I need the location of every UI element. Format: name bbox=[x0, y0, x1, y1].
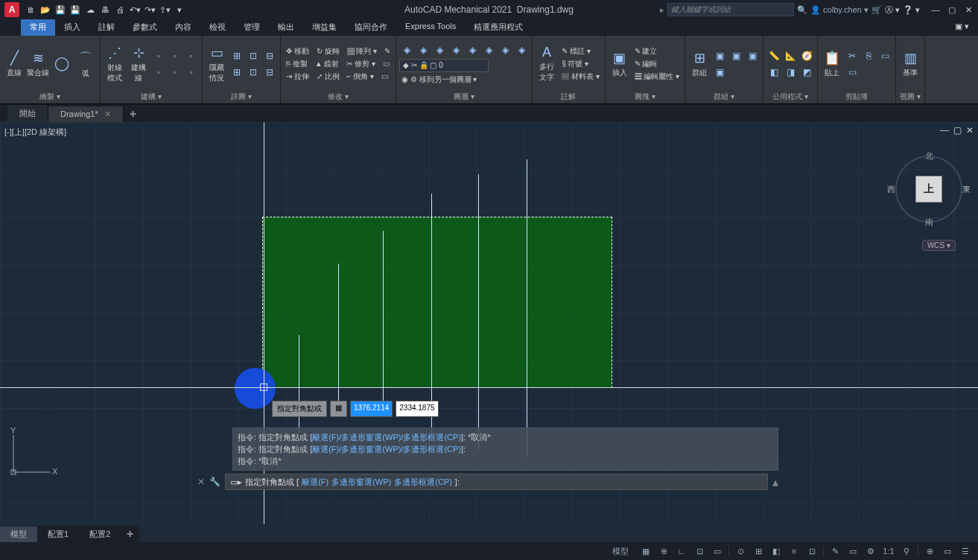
ribbon-smalltool-9-0[interactable]: ✂ bbox=[845, 48, 860, 63]
ribbon-smalltool-8-0[interactable]: 📏 bbox=[766, 48, 781, 63]
layer-tool-5[interactable]: ◈ bbox=[481, 42, 496, 57]
ribbon-tool-0-3[interactable]: ⌒弧 bbox=[74, 48, 97, 80]
ribbon-smalltool-7-3[interactable]: ▣ bbox=[712, 65, 727, 80]
cmdline-opt-fence[interactable]: 籬選(F) bbox=[302, 477, 328, 488]
ribbon-tool-6-0[interactable]: ▣插入 bbox=[609, 48, 631, 80]
ribbon-rowbtn-6-1-0[interactable]: ✎ 編輯 bbox=[632, 58, 660, 70]
ribbon-smalltool-1-3[interactable]: ◦ bbox=[151, 65, 166, 80]
status-icon-13[interactable]: 1:1 bbox=[882, 544, 895, 558]
layer-tool-6[interactable]: ◈ bbox=[498, 42, 512, 57]
help-search-input[interactable]: 鍵入關鍵字或詞組 bbox=[667, 3, 794, 16]
ribbon-smalltool-9-1[interactable]: ⎘ bbox=[861, 48, 876, 63]
ribbon-tool-0-1[interactable]: ≋聚合線 bbox=[27, 48, 49, 80]
ribbon-smalltool-2-3[interactable]: ⊞ bbox=[229, 65, 244, 80]
layer-tool-0[interactable]: ◈ bbox=[399, 42, 414, 57]
ribbon-tab-3[interactable]: 參數式 bbox=[124, 19, 166, 36]
layer-move-button[interactable]: ◉ ⚙ 移到另一個圖層 ▾ bbox=[399, 74, 529, 86]
ribbon-tab-8[interactable]: 增益集 bbox=[303, 19, 346, 36]
ribbon-smalltool-2-1[interactable]: ⊡ bbox=[246, 48, 261, 63]
ribbon-panel-label-2[interactable]: 詳圖 ▾ bbox=[206, 90, 277, 104]
qat-undo-icon[interactable]: ↶▾ bbox=[128, 3, 142, 16]
status-icon-17[interactable]: ☰ bbox=[959, 544, 972, 558]
command-line-input[interactable]: ▭▸ 指定對角點或 [ 籬選(F) 多邊形窗選(WP) 多邊形框選(CP) ]: bbox=[225, 474, 768, 490]
qat-more-icon[interactable]: ▾ bbox=[173, 3, 186, 16]
ribbon-tab-1[interactable]: 插入 bbox=[55, 19, 89, 36]
qat-new-icon[interactable]: 🗎 bbox=[24, 3, 37, 16]
cmdline-opt-wpoly[interactable]: 多邊形窗選(WP) bbox=[331, 477, 391, 488]
layout-tab-add-button[interactable]: ✚ bbox=[121, 527, 139, 541]
layout-tab-0[interactable]: 模型 bbox=[0, 526, 37, 542]
drawn-line-0[interactable] bbox=[299, 335, 299, 432]
ribbon-smalltool-7-2[interactable]: ▣ bbox=[745, 48, 760, 63]
status-model-button[interactable]: 模型 bbox=[606, 544, 635, 558]
ribbon-panel-label-5[interactable]: 註解 bbox=[536, 90, 602, 104]
cmdline-opt-cpoly[interactable]: 多邊形框選(CP) bbox=[394, 477, 452, 488]
drawn-line-4[interactable] bbox=[478, 174, 479, 450]
ribbon-smalltool-9-2[interactable]: ▭ bbox=[877, 48, 892, 63]
ribbon-tool-7-0[interactable]: ⊞群組 bbox=[688, 48, 711, 80]
title-search-caret-icon[interactable]: ▸ bbox=[660, 5, 664, 15]
cmdline-settings-icon[interactable]: 🔧 bbox=[209, 477, 220, 487]
close-button[interactable]: ✕ bbox=[963, 5, 974, 15]
status-icon-16[interactable]: ▭ bbox=[941, 544, 954, 558]
ribbon-smalltool-2-5[interactable]: ⊟ bbox=[262, 65, 277, 80]
ribbon-tab-11[interactable]: 精選應用程式 bbox=[465, 19, 532, 36]
viewcube-south[interactable]: 南 bbox=[925, 217, 933, 228]
layer-tool-2[interactable]: ◈ bbox=[432, 42, 447, 57]
help-icon[interactable]: ❔ ▾ bbox=[903, 5, 920, 15]
status-icon-12[interactable]: ⚙ bbox=[864, 544, 877, 558]
doc-tab-0[interactable]: 開始 bbox=[7, 105, 48, 122]
ribbon-rowbtn-6-2-0[interactable]: ☰ 編輯屬性 ▾ bbox=[632, 71, 682, 83]
ribbon-tool-0-2[interactable]: ◯ bbox=[51, 48, 73, 80]
ribbon-panel-label-7[interactable]: 群組 ▾ bbox=[688, 90, 760, 104]
ribbon-smalltool-7-1[interactable]: ▣ bbox=[728, 48, 743, 63]
qat-save-icon[interactable]: 💾 bbox=[54, 3, 67, 16]
ribbon-tool-9-0[interactable]: 📋貼上 bbox=[821, 48, 843, 80]
ribbon-panel-label-9[interactable]: 剪貼簿 bbox=[821, 90, 892, 104]
ribbon-panel-label-3[interactable]: 修改 ▾ bbox=[284, 90, 393, 104]
ribbon-smalltool-8-1[interactable]: 📐 bbox=[783, 48, 798, 63]
qat-plot-icon[interactable]: 🖶 bbox=[98, 3, 112, 16]
status-icon-3[interactable]: ⊡ bbox=[693, 544, 706, 558]
status-icon-6[interactable]: ⊞ bbox=[752, 544, 765, 558]
dynamic-x-input[interactable]: 1376.2114 bbox=[350, 401, 393, 417]
drawn-line-3[interactable] bbox=[431, 194, 432, 433]
ribbon-rowbtn-5-2-0[interactable]: ▤ 材料表 ▾ bbox=[559, 71, 602, 83]
vp-maximize-icon[interactable]: ▢ bbox=[953, 125, 962, 136]
ribbon-panel-label-4[interactable]: 圖層 ▾ bbox=[399, 90, 529, 104]
ribbon-tool-5-0[interactable]: A多行文字 bbox=[536, 48, 558, 80]
ribbon-panel-label-6[interactable]: 圖塊 ▾ bbox=[609, 90, 682, 104]
status-icon-10[interactable]: ✎ bbox=[828, 544, 842, 558]
ribbon-smalltool-1-5[interactable]: ◦ bbox=[184, 65, 199, 80]
ribbon-tool-10-0[interactable]: ▥基準 bbox=[899, 48, 921, 80]
ribbon-panel-label-10[interactable]: 視圖 ▾ bbox=[899, 90, 921, 104]
dynamic-y-input[interactable]: 2334.1875 bbox=[396, 401, 438, 417]
doc-tab-close-icon[interactable]: ✕ bbox=[104, 109, 111, 118]
ribbon-rowbtn-3-1-1[interactable]: ▲ 鏡射 bbox=[313, 58, 342, 70]
ribbon-smalltool-8-2[interactable]: 🧭 bbox=[799, 48, 814, 63]
ribbon-smalltool-1-2[interactable]: ◦ bbox=[184, 48, 199, 63]
viewport-label[interactable]: [-][上][2D 線架構] bbox=[4, 127, 66, 138]
ribbon-tool-1-1[interactable]: ⊹建構線 bbox=[127, 48, 150, 80]
ribbon-tab-9[interactable]: 協同合作 bbox=[346, 19, 396, 36]
layer-tool-1[interactable]: ◈ bbox=[416, 42, 431, 57]
doc-tab-1[interactable]: Drawing1*✕ bbox=[48, 106, 124, 122]
maximize-button[interactable]: ▢ bbox=[947, 5, 957, 15]
ribbon-smalltool-2-0[interactable]: ⊞ bbox=[229, 48, 244, 63]
drawn-line-5[interactable] bbox=[527, 159, 527, 457]
qat-saveas-icon[interactable]: 💾 bbox=[69, 3, 82, 16]
ribbon-rowbtn-3-0-2[interactable]: ▦ 陣列 ▾ bbox=[345, 45, 380, 57]
ribbon-tool-1-0[interactable]: ⋰射線模式 bbox=[104, 48, 126, 80]
ribbon-rowbtn-5-0-0[interactable]: ✎ 標註 ▾ bbox=[559, 45, 593, 57]
ribbon-tab-10[interactable]: Express Tools bbox=[396, 19, 465, 36]
app-menu-icon[interactable]: Ⓐ ▾ bbox=[885, 4, 900, 16]
viewcube-east[interactable]: 東 bbox=[962, 184, 971, 195]
ribbon-rowbtn-3-1-2[interactable]: ✂ 修剪 ▾ bbox=[344, 58, 378, 70]
status-icon-15[interactable]: ⊕ bbox=[923, 544, 936, 558]
ribbon-smalltool-2-2[interactable]: ⊟ bbox=[262, 48, 277, 63]
vp-minimize-icon[interactable]: — bbox=[940, 125, 949, 136]
ribbon-rowbtn-3-1-0[interactable]: ⎘ 複製 bbox=[284, 58, 310, 70]
status-icon-11[interactable]: ▭ bbox=[846, 544, 860, 558]
drawn-line-1[interactable] bbox=[338, 264, 339, 405]
status-icon-8[interactable]: ≡ bbox=[787, 544, 801, 558]
